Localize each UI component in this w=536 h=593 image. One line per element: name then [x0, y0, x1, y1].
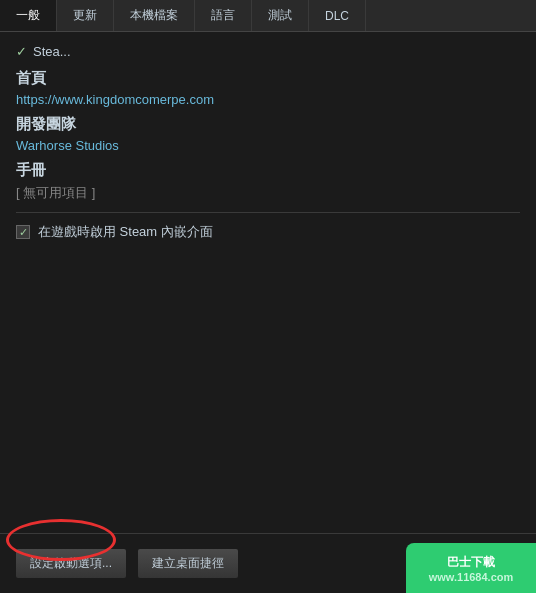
- tab-local-files[interactable]: 本機檔案: [114, 0, 195, 31]
- watermark-line2: www.11684.com: [429, 571, 514, 583]
- launch-options-button[interactable]: 設定啟動選項...: [16, 549, 126, 578]
- tab-dlc[interactable]: DLC: [309, 0, 366, 31]
- tab-language[interactable]: 語言: [195, 0, 252, 31]
- desktop-shortcut-button[interactable]: 建立桌面捷徑: [138, 549, 238, 578]
- tab-updates[interactable]: 更新: [57, 0, 114, 31]
- overlay-label: 在遊戲時啟用 Steam 內嵌介面: [38, 223, 213, 241]
- tab-bar: 一般 更新 本機檔案 語言 測試 DLC: [0, 0, 536, 32]
- developer-header: 開發團隊: [16, 115, 520, 134]
- overlay-row[interactable]: 在遊戲時啟用 Steam 內嵌介面: [16, 223, 520, 241]
- steam-label: Stea...: [33, 44, 71, 59]
- watermark-badge: 巴士下載 www.11684.com: [406, 543, 536, 593]
- section-divider: [16, 212, 520, 213]
- homepage-link[interactable]: https://www.kingdomcomerpe.com: [16, 92, 520, 107]
- watermark-line1: 巴士下載: [447, 554, 495, 571]
- content-area: ✓ Stea... 首頁 https://www.kingdomcomerpe.…: [0, 32, 536, 253]
- steam-checkmark: ✓: [16, 44, 27, 59]
- manual-no-item: [ 無可用項目 ]: [16, 184, 520, 202]
- developer-name[interactable]: Warhorse Studios: [16, 138, 520, 153]
- manual-header: 手冊: [16, 161, 520, 180]
- overlay-checkbox[interactable]: [16, 225, 30, 239]
- tab-general[interactable]: 一般: [0, 0, 57, 31]
- steam-entry-row: ✓ Stea...: [16, 44, 520, 59]
- tab-test[interactable]: 測試: [252, 0, 309, 31]
- homepage-header: 首頁: [16, 69, 520, 88]
